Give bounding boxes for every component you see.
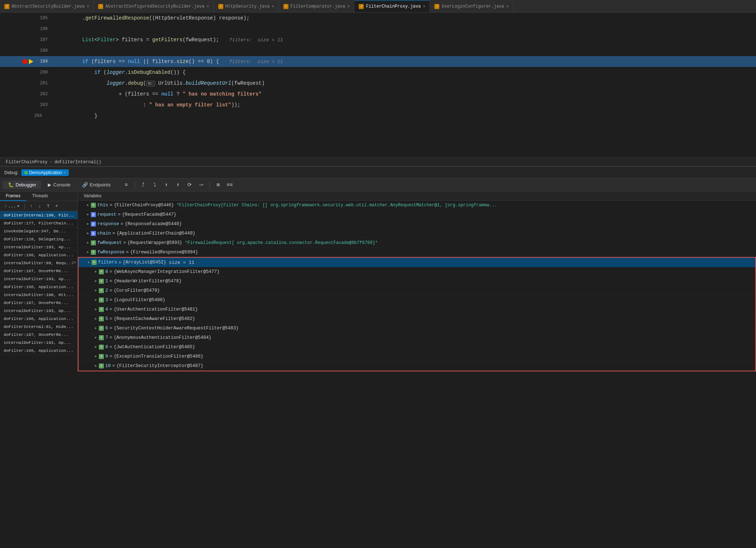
expander-this[interactable] xyxy=(85,203,91,207)
filter-label: ... xyxy=(8,204,16,209)
toolbar-step-over-btn[interactable]: ⤴ xyxy=(139,180,148,190)
var-row-filter-1[interactable]: ≡ 1 = {HeaderWriterFilter@5478} xyxy=(79,277,755,286)
tab-debugger[interactable]: 🐛 Debugger xyxy=(3,181,41,189)
expander-filter-5[interactable] xyxy=(93,317,99,321)
toolbar-trace-btn[interactable]: ⤻ xyxy=(197,180,206,190)
tab-close-icon[interactable]: × xyxy=(272,4,274,9)
tab-endpoints[interactable]: 🔗 Endpoints xyxy=(77,181,116,189)
var-row-filter-9[interactable]: ≡ 9 = {ExceptionTranslationFilter@5486} xyxy=(79,352,755,361)
line-number-200: 200 xyxy=(35,70,48,75)
frame-item-2[interactable]: invokeDelegate:347, De... xyxy=(0,227,77,235)
tab-close-icon[interactable]: × xyxy=(87,4,89,9)
var-row-filter-2[interactable]: ≡ 2 = {CorsFilter@5479} xyxy=(79,286,755,295)
expander-filter-1[interactable] xyxy=(93,279,99,283)
var-row-chain[interactable]: p chain = {ApplicationFilterChain@5449} xyxy=(78,229,756,238)
frame-item-9[interactable]: doFilter:166, Application... xyxy=(0,283,77,291)
var-row-request[interactable]: p request = {RequestFacade@5447} xyxy=(78,210,756,219)
tab-filter-chain-proxy[interactable]: J FilterChainProxy.java × xyxy=(354,0,430,12)
tab-http-security[interactable]: J HttpSecurity.java × xyxy=(214,0,279,12)
tab-close-icon[interactable]: × xyxy=(207,4,209,9)
frame-item-4[interactable]: internalDoFilter:193, Ap... xyxy=(0,243,77,251)
expander-filters[interactable] xyxy=(86,261,92,265)
toolbar-run-to-cursor-btn[interactable]: ⬆ xyxy=(173,180,183,190)
toolbar-evaluate-btn[interactable]: ⟳ xyxy=(185,180,194,190)
var-value-filter-0: {WebAsyncManagerIntegrationFilter@5477} xyxy=(114,269,220,274)
tab-filter-comparator[interactable]: J FilterComparator.java × xyxy=(279,0,355,12)
var-row-filter-4[interactable]: ≡ 4 = {UserAuthenticationFilter@5481} xyxy=(79,305,755,314)
expander-filter-2[interactable] xyxy=(93,288,99,292)
tab-abstract-security-builder[interactable]: J AbstractSecurityBuilder.java × xyxy=(0,0,94,12)
line-content-204: } xyxy=(51,110,756,121)
var-name-filter-5: 5 xyxy=(105,316,108,321)
field-icon-filter-10: ≡ xyxy=(99,363,104,368)
frame-item-3[interactable]: doFilter:110, Delegating... xyxy=(0,235,77,243)
var-row-filters[interactable]: ≡ filters = {ArrayList@5452} size = 11 xyxy=(79,258,755,267)
tab-console[interactable]: ▶ Console xyxy=(43,181,76,189)
frame-item-5[interactable]: doFilter:166, Application... xyxy=(0,251,77,259)
frame-item-11[interactable]: doFilter:107, OncePerRe... xyxy=(0,299,77,307)
var-row-filter-7[interactable]: ≡ 7 = {AnonymousAuthenticationFilter@548… xyxy=(79,333,755,342)
var-row-response[interactable]: p response = {ResponseFacade@5448} xyxy=(78,219,756,229)
var-row-filter-6[interactable]: ≡ 6 = {SecurityContextHolderAwareRequest… xyxy=(79,324,755,333)
tab-close-icon[interactable]: × xyxy=(423,4,426,9)
frame-item-13[interactable]: doFilter:166, Application... xyxy=(0,315,77,323)
frame-item-1[interactable]: doFilter:177, FilterChain... xyxy=(0,219,77,227)
toolbar-settings-btn[interactable]: ≡≡ xyxy=(225,180,235,190)
expander-request[interactable] xyxy=(85,212,91,216)
frame-item-7[interactable]: doFilter:107, OncePerRe... xyxy=(0,267,77,275)
tab-frames[interactable]: Frames xyxy=(0,191,26,201)
frame-item-12[interactable]: internalDoFilter:193, Ap... xyxy=(0,307,77,315)
expander-filter-10[interactable] xyxy=(93,364,99,368)
line-number-195: 195 xyxy=(35,16,48,21)
toolbar-step-into-btn[interactable]: ⤵ xyxy=(150,180,160,190)
debug-panel: Debug: DemoApplication × 🐛 Debugger ▶ Co… xyxy=(0,166,756,371)
frame-item-6[interactable]: internalDoFilter:99, Requ... oo xyxy=(0,259,77,267)
var-row-filter-3[interactable]: ≡ 3 = {LogoutFilter@5480} xyxy=(79,295,755,305)
toolbar-grid-btn[interactable]: ⊞ xyxy=(214,180,223,190)
expander-response[interactable] xyxy=(85,222,91,226)
expander-filter-3[interactable] xyxy=(93,298,99,302)
frame-item-0[interactable]: doFilterInternal:199, Filt... xyxy=(0,211,77,219)
frame-item-16[interactable]: internalDoFilter:193, Ap... xyxy=(0,339,77,347)
tab-abstract-configured-security-builder[interactable]: J AbstractConfiguredSecurityBuilder.java… xyxy=(94,0,214,12)
frame-item-15[interactable]: doFilter:107, OncePerRe... xyxy=(0,331,77,339)
var-row-filter-0[interactable]: ≡ 0 = {WebAsyncManagerIntegrationFilter@… xyxy=(79,267,755,277)
frame-item-10[interactable]: internalDoFilter:108, Htt... xyxy=(0,291,77,299)
down-btn[interactable]: ↓ xyxy=(36,203,43,210)
expander-fwresponse[interactable] xyxy=(85,250,91,254)
var-row-fwrequest[interactable]: ≡ fwRequest = {RequestWrapper@5993} *Fir… xyxy=(78,238,756,248)
var-row-filter-10[interactable]: ≡ 10 = {FilterSecurityInterceptor@5487} xyxy=(79,361,755,371)
inline-hint-197: filters: size = 11 xyxy=(229,37,283,43)
tab-user-login-configurer[interactable]: J UserLoginConfigurer.java × xyxy=(430,0,513,12)
toolbar-step-out-btn[interactable]: ⬆ xyxy=(162,180,171,190)
frame-item-14[interactable]: doFilterInternal:81, Hide... xyxy=(0,323,77,331)
expander-filter-7[interactable] xyxy=(93,336,99,340)
expander-fwrequest[interactable] xyxy=(85,241,91,245)
filter-icon-btn[interactable]: ⊤ xyxy=(45,203,51,210)
tab-threads[interactable]: Threads xyxy=(26,191,54,201)
debug-app-tag[interactable]: DemoApplication × xyxy=(21,169,69,176)
frame-item-17[interactable]: doFilter:166, Application... xyxy=(0,347,77,355)
var-row-filter-8[interactable]: ≡ 8 = {JwtAuthenticationFilter@5485} xyxy=(79,342,755,352)
var-row-filter-5[interactable]: ≡ 5 = {RequestCacheAwareFilter@5482} xyxy=(79,314,755,324)
tab-close-icon[interactable]: × xyxy=(347,4,350,9)
tab-close-icon[interactable]: × xyxy=(506,4,509,9)
expander-filter-4[interactable] xyxy=(93,307,99,311)
expander-filter-6[interactable] xyxy=(93,326,99,330)
var-name-filter-3: 3 xyxy=(105,298,108,303)
add-btn[interactable]: + xyxy=(53,203,60,210)
expander-filter-8[interactable] xyxy=(93,345,99,349)
var-row-this[interactable]: ≡ this = {FilterChainProxy@5446} *Filter… xyxy=(78,201,756,210)
expander-filter-0[interactable] xyxy=(93,270,99,274)
frame-item-8[interactable]: internalDoFilter:193, Ap... xyxy=(0,275,77,283)
expander-chain[interactable] xyxy=(85,231,91,235)
debug-close-icon[interactable]: × xyxy=(63,170,66,175)
toolbar-list-btn[interactable]: ≡ xyxy=(122,180,131,190)
code-line-197: 197 List<Filter> filters = getFilters(fw… xyxy=(0,34,756,45)
var-row-fwresponse[interactable]: ≡ fwResponse = {FirewalledResponse@5994} xyxy=(78,248,756,257)
breadcrumb: FilterChainProxy › doFilterInternal() xyxy=(0,157,756,166)
line-content-200: if (logger.isDebugEnabled()) { xyxy=(51,67,756,78)
expander-filter-9[interactable] xyxy=(93,354,99,358)
filter-btn[interactable]: ✓ ... ▾ xyxy=(2,203,22,210)
up-btn[interactable]: ↑ xyxy=(28,203,35,210)
